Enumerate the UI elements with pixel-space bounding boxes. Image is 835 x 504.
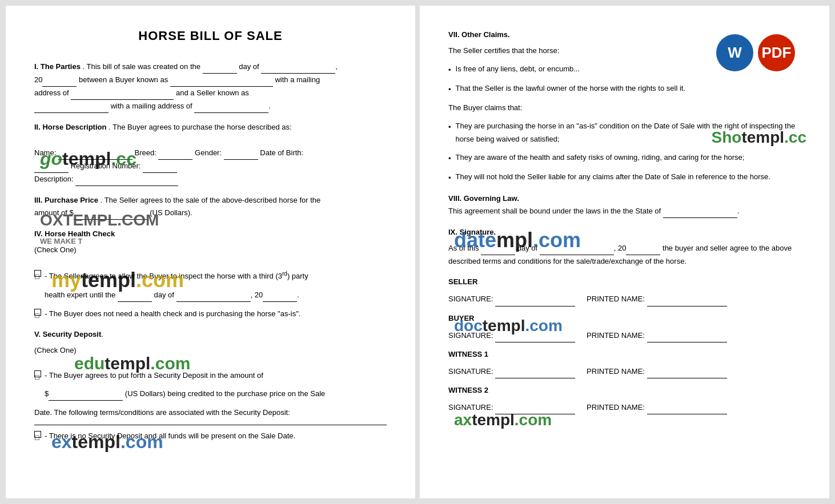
seller-sig-blank [495,293,575,306]
document-title: HORSE BILL OF SALE [34,29,387,43]
buyer-bullet2: • They are aware of the health and safet… [448,151,801,165]
day-blank [203,61,237,74]
security-checkbox2[interactable]: □ [34,431,41,438]
buyer-sig-blank [495,329,575,342]
bullet-dot1: • [448,64,451,76]
buyer-bullet3: • They will not hold the Seller liable f… [448,171,801,184]
governing-law-title: VIII. Governing Law. [448,194,519,203]
buyer-claims-intro: The Buyer claims that: [448,102,801,114]
horse-name-label: Name: [34,148,133,157]
security-check-one: (Check One) [34,344,387,357]
witness1-sig-blank [495,365,575,378]
seller-bullet1: • Is free of any liens, debt, or encumb.… [448,63,801,76]
witness1-label: WITNESS 1 [448,348,801,361]
witness1-sig-label: SIGNATURE: [448,365,575,378]
horse-desc-blank [75,173,178,186]
buyer-bullet1-text: They are purchasing the horse in an "as-… [456,120,801,145]
year-blank [42,74,77,87]
horse-dob-blank [34,160,69,173]
witness2-printed-blank [647,401,727,414]
security-date-terms: Date. The following terms/conditions are… [34,406,387,419]
buyer-label: BUYER [448,312,801,325]
witness1-printed-blank [647,365,727,378]
security-option2-text: - There is no Security Deposit and all f… [45,430,295,442]
right-page: W PDF Shotempl.cc datempl.com doctempl.c… [420,6,829,498]
buyer-sig-row: SIGNATURE: PRINTED NAME: [448,329,801,342]
health-checkbox2[interactable]: □ [34,309,41,316]
witness2-sig-row: SIGNATURE: PRINTED NAME: [448,401,801,414]
sig-year-blank [626,242,660,255]
horse-desc-title: II. Horse Description [34,123,106,131]
horse-name-blank [58,147,133,160]
buyer-bullet3-text: They will not hold the Seller liable for… [456,171,770,184]
buyer-printed-blank [647,329,727,342]
parties-address: address of and a Seller known as [34,88,249,97]
bullet-dot4: • [448,152,451,165]
witness1-printed-label: PRINTED NAME: [587,365,726,378]
purchase-title: III. Purchase Price [34,196,98,204]
health-year-blank [263,289,297,302]
superscript-rd: rd [282,271,287,277]
health-option2: □ - The Buyer does not need a health che… [34,308,387,320]
seller-address-blank [194,100,268,113]
buyer-bullet1: • They are purchasing the horse in an "a… [448,120,801,145]
security-amount-blank [49,388,123,401]
health-option1: □ - The Seller agrees to allow the Buyer… [34,269,387,283]
buyer-bullet2-text: They are aware of the health and safety … [456,151,745,165]
section-parties: I. The Parties . This bill of sale was c… [34,61,387,113]
horse-reg-label: Registration Number: [71,162,177,170]
signature-title: IX. Signature. [448,226,801,239]
seller-certifies-intro: The Seller certifies that the horse: [448,45,801,57]
seller-printed-label: PRINTED NAME: [587,293,726,306]
buyer-printed-label: PRINTED NAME: [587,329,726,342]
horse-breed-blank [158,147,192,160]
health-option1-cont: health expert until the day of , 20 . [45,289,387,302]
section-horse-desc: II. Horse Description . The Buyer agrees… [34,121,387,186]
seller-printed-blank [647,293,727,306]
sig-day-blank [481,242,515,255]
other-claims-title: VII. Other Claims. [448,29,801,41]
bullet-dot3: • [448,121,451,145]
horse-gender-label: Gender: [195,148,258,157]
witness2-label: WITNESS 2 [448,384,801,397]
section-health-check: IV. Horse Health Check (Check One) □ - T… [34,228,387,320]
purchase-text: . The Seller agrees to the sale of the a… [101,196,321,204]
state-blank [663,205,737,218]
seller-bullet2: • That the Seller is the lawful owner of… [448,82,801,96]
health-checkbox1[interactable]: □ [34,270,41,277]
security-option1: □ - The Buyer agrees to put forth a Secu… [34,369,387,382]
health-date-blank [176,289,251,302]
parties-title: I. The Parties [34,62,81,71]
buyer-address-blank [71,87,174,100]
governing-law-text: This agreement shall be bound under the … [448,207,739,215]
bullet-dot2: • [448,83,451,96]
seller-bullet1-text: Is free of any liens, debt, or encumb... [456,63,580,76]
parties-seller-addr-label: with a mailing address of . [111,102,271,110]
health-option2-text: - The Buyer does not need a health check… [45,308,300,320]
horse-gender-blank [224,147,258,160]
security-terms-blank [34,425,387,425]
health-day-blank [118,289,152,302]
security-option1-text: - The Buyer agrees to put forth a Securi… [45,369,263,382]
security-option2: □ - There is no Security Deposit and all… [34,430,387,442]
price-blank [74,207,148,220]
buyer-sig-label: SIGNATURE: [448,329,575,342]
seller-sig-row: SIGNATURE: PRINTED NAME: [448,293,801,306]
document-container: gotempl.cc OXTEMPL.COM WE MAKE T mytempl… [6,6,829,498]
witness2-sig-blank [495,401,575,414]
bullet-dot5: • [448,172,451,184]
section-signature: IX. Signature. As of this day of , 20 th… [448,226,801,414]
horse-dob-label: Date of Birth: [260,148,303,157]
horse-desc-label: Description: [34,175,178,183]
sig-date-blank [540,242,614,255]
section-other-claims: VII. Other Claims. The Seller certifies … [448,29,801,184]
witness2-printed-label: PRINTED NAME: [587,401,726,414]
health-check-title: IV. Horse Health Check [34,228,387,240]
seller-label: SELLER [448,276,801,288]
security-checkbox1[interactable]: □ [34,370,41,377]
seller-sig-label: SIGNATURE: [448,293,575,306]
health-check-one: (Check One) [34,244,387,256]
section-security: V. Security Deposit. (Check One) □ - The… [34,328,387,443]
witness1-sig-row: SIGNATURE: PRINTED NAME: [448,365,801,378]
horse-desc-text: . The Buyer agrees to purchase the horse… [109,123,292,131]
